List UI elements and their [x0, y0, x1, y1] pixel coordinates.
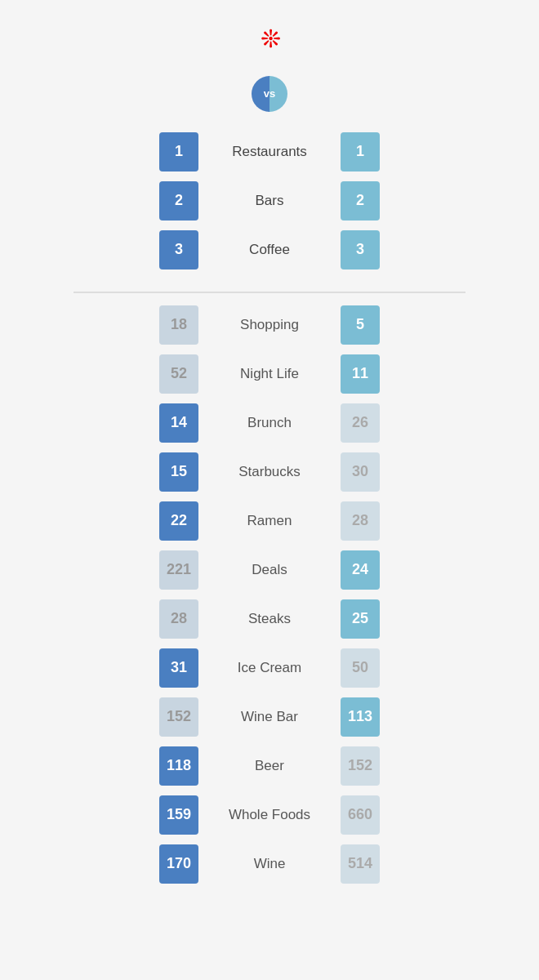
rank-row: 159Whole Foods660: [74, 795, 466, 835]
android-rank-badge: 113: [341, 697, 380, 737]
rank-row: 18Shopping5: [74, 305, 466, 345]
rank-row: 31Ice Cream50: [74, 648, 466, 688]
iphone-rank-badge: 159: [159, 795, 198, 835]
android-rank-badge: 26: [341, 403, 380, 443]
vs-section: vs: [16, 69, 523, 112]
iphone-rank-badge: 118: [159, 746, 198, 786]
category-label: Shopping: [208, 317, 331, 333]
category-label: Bars: [208, 193, 331, 209]
rank-row: 52Night Life11: [74, 354, 466, 394]
android-rank-badge: 28: [341, 501, 380, 541]
category-label: Whole Foods: [208, 807, 331, 823]
rank-row: 14Brunch26: [74, 403, 466, 443]
rank-row: 152Wine Bar113: [74, 697, 466, 737]
rankings-container: 1Restaurants12Bars23Coffee3 18Shopping55…: [74, 132, 466, 884]
yelp-logo: ❊: [16, 24, 523, 53]
category-label: Night Life: [208, 366, 331, 382]
android-rank-badge: 30: [341, 452, 380, 492]
yelp-burst-icon: ❊: [261, 24, 281, 53]
rank-row: 15Starbucks30: [74, 452, 466, 492]
android-rank-badge: 25: [341, 599, 380, 639]
android-rank-badge: 11: [341, 354, 380, 394]
android-rank-badge: 24: [341, 550, 380, 590]
top-section: 1Restaurants12Bars23Coffee3: [74, 132, 466, 293]
rank-row: 221Deals24: [74, 550, 466, 590]
rank-row: 118Beer152: [74, 746, 466, 786]
android-rank-badge: 2: [341, 181, 380, 220]
iphone-rank-badge: 1: [159, 132, 198, 172]
iphone-rank-badge: 18: [159, 305, 198, 345]
rank-row: 1Restaurants1: [74, 132, 466, 172]
android-rank-badge: 1: [341, 132, 380, 172]
android-rank-badge: 3: [341, 230, 380, 270]
category-label: Deals: [208, 562, 331, 578]
category-label: Steaks: [208, 611, 331, 627]
iphone-rank-badge: 152: [159, 697, 198, 737]
rank-row: 170Wine514: [74, 844, 466, 884]
android-rank-badge: 5: [341, 305, 380, 345]
category-label: Ice Cream: [208, 660, 331, 676]
rank-row: 28Steaks25: [74, 599, 466, 639]
android-rank-badge: 660: [341, 795, 380, 835]
iphone-rank-badge: 22: [159, 501, 198, 541]
iphone-rank-badge: 221: [159, 550, 198, 590]
iphone-rank-badge: 31: [159, 648, 198, 688]
iphone-rank-badge: 3: [159, 230, 198, 270]
android-rank-badge: 514: [341, 844, 380, 884]
category-label: Starbucks: [208, 464, 331, 480]
category-label: Coffee: [208, 242, 331, 258]
rank-row: 2Bars2: [74, 181, 466, 220]
iphone-rank-badge: 28: [159, 599, 198, 639]
rank-row: 3Coffee3: [74, 230, 466, 270]
header: ❊: [16, 24, 523, 53]
iphone-rank-badge: 15: [159, 452, 198, 492]
android-rank-badge: 50: [341, 648, 380, 688]
iphone-rank-badge: 52: [159, 354, 198, 394]
category-label: Ramen: [208, 513, 331, 529]
android-rank-badge: 152: [341, 746, 380, 786]
category-label: Brunch: [208, 415, 331, 431]
category-label: Wine: [208, 856, 331, 872]
category-label: Beer: [208, 758, 331, 774]
bottom-section: 18Shopping552Night Life1114Brunch2615Sta…: [74, 293, 466, 884]
rank-row: 22Ramen28: [74, 501, 466, 541]
category-label: Restaurants: [208, 144, 331, 160]
page-wrapper: ❊ vs 1Restaurants12Bars23Coffee3 18Shopp…: [0, 0, 539, 980]
iphone-rank-badge: 170: [159, 844, 198, 884]
vs-circle: vs: [252, 76, 287, 112]
iphone-rank-badge: 14: [159, 403, 198, 443]
category-label: Wine Bar: [208, 709, 331, 725]
iphone-rank-badge: 2: [159, 181, 198, 220]
